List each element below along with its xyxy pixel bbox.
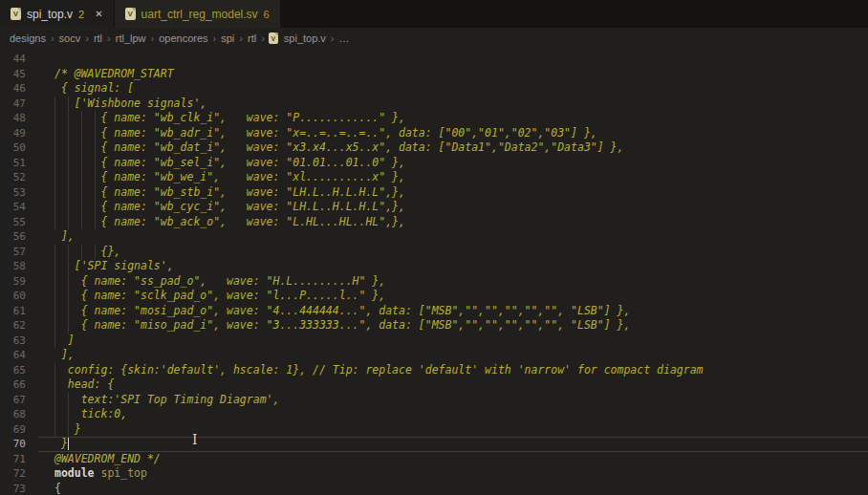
code-line[interactable]: { name: "ss_pad_o", wave: "H.L.........H… bbox=[54, 274, 704, 290]
code-line[interactable]: ['Wishbone signals', bbox=[54, 97, 704, 112]
line-number[interactable]: 47 bbox=[0, 97, 26, 112]
line-number[interactable]: 54 bbox=[0, 200, 26, 215]
code-line[interactable]: { name: "wb_ack_o", wave: "L.HL...HL..HL… bbox=[54, 215, 704, 230]
breadcrumb-ellipsis[interactable]: … bbox=[338, 32, 351, 44]
breadcrumb-item[interactable]: rtl bbox=[247, 32, 257, 44]
line-number[interactable]: 67 bbox=[0, 393, 26, 408]
comment-text: { name: "ss_pad_o", wave: "H.L.........H… bbox=[54, 274, 385, 288]
line-number[interactable]: 48 bbox=[0, 111, 26, 126]
breadcrumb-item-file[interactable]: spi_top.v bbox=[283, 32, 327, 44]
code-line[interactable]: { name: "wb_stb_i", wave: "LH.L..H.L.H.L… bbox=[54, 185, 704, 201]
text-caret bbox=[68, 438, 70, 450]
code-line[interactable]: tick:0, bbox=[54, 407, 704, 422]
code-line[interactable]: { name: "sclk_pad_o", wave: "l...P.....l… bbox=[54, 289, 704, 304]
breadcrumb-item[interactable]: designs bbox=[9, 32, 47, 44]
indent-guide bbox=[68, 111, 69, 126]
line-number[interactable]: 66 bbox=[0, 377, 26, 393]
comment-text: tick:0, bbox=[54, 407, 127, 420]
code-line[interactable]: ] bbox=[54, 334, 704, 349]
verilog-file-icon: V bbox=[11, 8, 21, 20]
tab-uart-ctrl-reg-model-sv[interactable]: Vuart_ctrl_reg_model.sv6 bbox=[115, 0, 280, 28]
code-line[interactable]: { name: "miso_pad_i", wave: "3...333333.… bbox=[54, 318, 704, 334]
indent-guide bbox=[54, 185, 55, 201]
verilog-file-icon: V bbox=[125, 8, 136, 20]
code-line[interactable] bbox=[54, 52, 704, 67]
code-line[interactable]: {}, bbox=[54, 245, 704, 260]
line-number[interactable]: 58 bbox=[0, 259, 26, 274]
code-line[interactable]: module spi_top bbox=[54, 466, 704, 482]
breadcrumb-item[interactable]: socv bbox=[58, 32, 82, 44]
code-line[interactable]: { name: "wb_sel_i", wave: "01.01...01..0… bbox=[54, 156, 704, 171]
tab-problems-badge: 6 bbox=[264, 9, 270, 20]
line-number[interactable]: 63 bbox=[0, 334, 26, 349]
code-line[interactable]: { name: "wb_cyc_i", wave: "LH.L..H.L.H.L… bbox=[54, 200, 704, 215]
indent-guide bbox=[81, 111, 82, 126]
code-line[interactable]: { name: "mosi_pad_o", wave: "4...444444.… bbox=[54, 304, 704, 319]
line-number[interactable]: 60 bbox=[0, 289, 26, 304]
line-number[interactable]: 49 bbox=[0, 126, 26, 141]
indent-guide bbox=[68, 156, 69, 171]
indent-guide bbox=[68, 259, 69, 274]
line-number[interactable]: 73 bbox=[0, 482, 26, 495]
line-number[interactable]: 62 bbox=[0, 318, 26, 334]
indent-guide bbox=[81, 140, 82, 156]
line-number[interactable]: 72 bbox=[0, 466, 26, 482]
code-line[interactable]: } bbox=[54, 422, 704, 438]
code-line[interactable]: } bbox=[54, 437, 704, 452]
indent-guide bbox=[81, 170, 82, 185]
comment-text: { name: "wb_dat_i", wave: "x3.x4...x5..x… bbox=[54, 140, 623, 154]
line-number[interactable]: 44 bbox=[0, 52, 26, 67]
indent-guide bbox=[54, 126, 55, 141]
indent-guide bbox=[54, 304, 55, 319]
code-area[interactable]: /* @WAVEDROM_START { signal: [ ['Wishbon… bbox=[54, 52, 704, 495]
line-number[interactable]: 70 bbox=[0, 437, 26, 452]
indent-guide bbox=[54, 377, 55, 393]
line-number[interactable]: 61 bbox=[0, 304, 26, 319]
code-line[interactable]: ['SPI signals', bbox=[54, 259, 704, 274]
line-number[interactable]: 53 bbox=[0, 185, 26, 201]
code-line[interactable]: text:'SPI Top Timing Diagram', bbox=[54, 393, 704, 408]
line-number[interactable]: 65 bbox=[0, 363, 26, 378]
breadcrumb-item[interactable]: spi bbox=[220, 32, 235, 44]
indent-guide bbox=[54, 259, 55, 274]
code-line[interactable]: { name: "wb_we_i", wave: "xl..........x"… bbox=[54, 170, 704, 185]
code-line[interactable]: { bbox=[54, 482, 704, 495]
line-number[interactable]: 71 bbox=[0, 452, 26, 467]
breadcrumb-item[interactable]: opencores bbox=[158, 32, 208, 44]
indent-guide bbox=[54, 363, 55, 378]
line-number[interactable]: 50 bbox=[0, 140, 26, 156]
line-number[interactable]: 64 bbox=[0, 348, 26, 363]
line-number[interactable]: 56 bbox=[0, 229, 26, 245]
indent-guide bbox=[95, 185, 96, 201]
code-line[interactable]: config: {skin:'default', hscale: 1}, // … bbox=[54, 363, 704, 378]
line-number[interactable]: 68 bbox=[0, 407, 26, 422]
line-number[interactable]: 57 bbox=[0, 245, 26, 260]
breadcrumb-item[interactable]: rtl_lpw bbox=[115, 32, 147, 44]
line-number[interactable]: 69 bbox=[0, 422, 26, 438]
chevron-right-icon: › bbox=[47, 32, 58, 44]
indent-guide bbox=[81, 200, 82, 215]
line-number[interactable]: 45 bbox=[0, 67, 26, 82]
code-line[interactable]: { name: "wb_clk_i", wave: "P............… bbox=[54, 111, 704, 126]
code-line[interactable]: head: { bbox=[54, 377, 704, 393]
code-line[interactable]: { name: "wb_adr_i", wave: "x=..=..=..=..… bbox=[54, 126, 704, 141]
indent-guide bbox=[95, 200, 96, 215]
tab-spi-top-v[interactable]: Vspi_top.v2✕ bbox=[0, 0, 114, 28]
comment-text: { name: "sclk_pad_o", wave: "l...P.....l… bbox=[54, 289, 385, 302]
close-icon[interactable]: ✕ bbox=[95, 9, 102, 19]
code-line[interactable]: { signal: [ bbox=[54, 81, 704, 97]
line-number[interactable]: 52 bbox=[0, 170, 26, 185]
code-token: module bbox=[54, 466, 95, 480]
line-number[interactable]: 46 bbox=[0, 81, 26, 97]
code-line[interactable]: { name: "wb_dat_i", wave: "x3.x4...x5..x… bbox=[54, 140, 704, 156]
line-number[interactable]: 59 bbox=[0, 274, 26, 290]
chevron-right-icon: › bbox=[209, 32, 221, 44]
breadcrumb-item[interactable]: rtl bbox=[93, 32, 103, 44]
code-line[interactable]: /* @WAVEDROM_START bbox=[54, 67, 704, 82]
code-line[interactable]: @WAVEDROM_END */ bbox=[54, 452, 704, 467]
line-number[interactable]: 51 bbox=[0, 156, 26, 171]
indent-guide bbox=[95, 140, 96, 156]
code-line[interactable]: ], bbox=[54, 229, 704, 245]
code-line[interactable]: ], bbox=[54, 348, 704, 363]
line-number[interactable]: 55 bbox=[0, 215, 26, 230]
